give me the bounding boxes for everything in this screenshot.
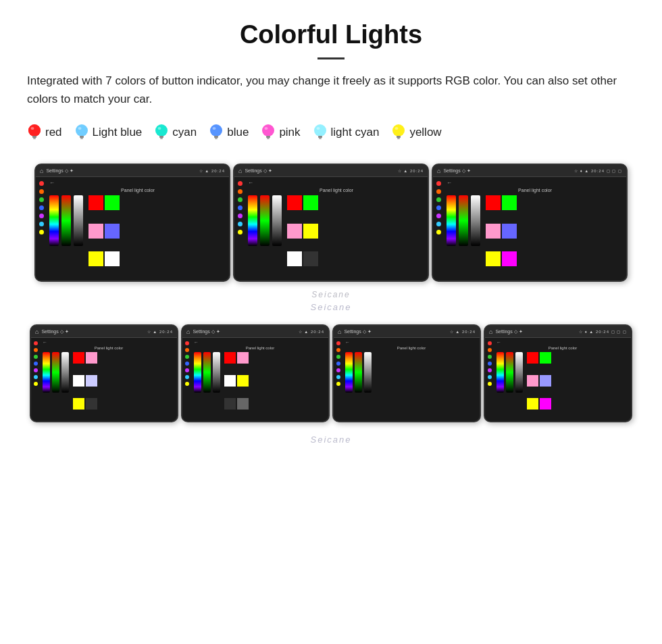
color-item-blue: blue — [209, 123, 249, 142]
color-item-pink: pink — [261, 123, 300, 142]
sidebar-dot-cyan-1 — [39, 222, 44, 226]
svg-rect-10 — [159, 136, 163, 138]
svg-rect-19 — [267, 138, 270, 139]
sdot-b4-c — [488, 375, 492, 379]
sdot-b3-y — [336, 382, 340, 386]
home-icon-b3: ⌂ — [338, 328, 341, 335]
screen-header-1: ⌂ Settings ◇ ✦ ☆ ▲ 20:24 — [36, 165, 229, 177]
csq-g1 — [105, 195, 120, 210]
home-icon-b1: ⌂ — [35, 328, 39, 335]
svg-rect-18 — [266, 136, 270, 138]
sdot-b4-p — [488, 368, 492, 372]
page-container: Colorful Lights Integrated with 7 colors… — [0, 0, 662, 472]
csq-b1r — [73, 352, 84, 364]
settings-text-b4: Settings ◇ ✦ — [495, 329, 522, 335]
settings-text-3: Settings ◇ ✦ — [443, 168, 470, 174]
settings-text-2: Settings ◇ ✦ — [245, 168, 272, 174]
color-label-blue: blue — [227, 126, 249, 139]
csq-w2 — [287, 251, 302, 266]
screen-header-b2: ⌂ Settings ◇ ✦ ☆ ▲ 20:24 — [182, 326, 328, 338]
back-arrow-b1: ← — [43, 340, 175, 345]
screen-header-b4: ⌂ Settings ◇ ✦ ☆ ♦ ▲ 20:24 ◻ ◻ ◻ — [485, 326, 631, 338]
status-icons-2: ☆ ▲ 20:24 — [398, 168, 424, 173]
svg-rect-23 — [319, 138, 322, 139]
sdot-b2-y — [185, 382, 189, 386]
sidebar-dot-yellow-3 — [436, 230, 441, 234]
panel-label-b1: Panel light color — [43, 346, 175, 350]
device-screen-bot-3: ⌂ Settings ◇ ✦ ☆ ▲ 20:24 ← — [332, 324, 481, 422]
svg-point-1 — [28, 124, 41, 137]
cbar-b31 — [345, 352, 353, 393]
screen-header-3: ⌂ Settings ◇ ✦ ☆ ♦ ▲ 20:24 ◻ ◻ ◻ — [433, 165, 626, 177]
sdot-b1-r — [34, 341, 38, 345]
csq-b4b — [540, 375, 551, 387]
sdot-b2-p — [185, 368, 189, 372]
csq-b1 — [105, 224, 120, 239]
color-item-lightblue: Light blue — [74, 123, 143, 142]
sdot-b3-o — [336, 348, 340, 352]
color-label-lightcyan: light cyan — [331, 126, 380, 139]
top-device-row: ⌂ Settings ◇ ✦ ☆ ▲ 20:24 — [27, 164, 635, 282]
csq-b4g — [540, 352, 551, 364]
sdot-b4-y — [488, 382, 492, 386]
status-icons-b2: ☆ ▲ 20:24 — [299, 329, 324, 334]
device-screen-bot-2: ⌂ Settings ◇ ✦ ☆ ▲ 20:24 ← — [181, 324, 330, 422]
color-item-red: red — [27, 123, 62, 142]
csq-b4r — [527, 352, 538, 364]
sdot-b2-r — [185, 341, 189, 345]
svg-point-20 — [265, 127, 268, 130]
sidebar-dot-yellow-1 — [39, 230, 44, 234]
cbar-b43 — [515, 352, 523, 393]
bulb-icon-yellow — [391, 123, 406, 142]
sdot-b3-g — [336, 355, 340, 359]
page-title: Colorful Lights — [27, 20, 635, 49]
bulb-icon-red — [27, 123, 42, 142]
svg-point-16 — [213, 127, 216, 130]
svg-point-28 — [395, 127, 399, 130]
back-arrow-b3: ← — [345, 340, 478, 345]
top-screens-row: ⌂ Settings ◇ ✦ ☆ ▲ 20:24 — [27, 164, 635, 303]
home-icon-2: ⌂ — [238, 168, 242, 174]
back-arrow-3: ← — [447, 180, 623, 186]
cbar-b41 — [496, 352, 504, 393]
color-bar-32 — [459, 195, 468, 246]
device-screen-top-2: ⌂ Settings ◇ ✦ ☆ ▲ 20:24 ← — [233, 164, 429, 282]
csq-b4p — [527, 375, 538, 387]
csq-p2 — [287, 224, 302, 239]
color-bar-33 — [471, 195, 480, 246]
sidebar-dot-green-3 — [436, 197, 441, 202]
status-icons-3: ☆ ♦ ▲ 20:24 ◻ ◻ ◻ — [574, 168, 622, 173]
description-text: Integrated with 7 colors of button indic… — [27, 72, 635, 108]
svg-point-17 — [262, 124, 274, 137]
back-arrow-b2: ← — [194, 340, 326, 345]
color-bar-22 — [260, 195, 270, 246]
sdot-b1-c — [34, 375, 38, 379]
device-screen-bot-1: ⌂ Settings ◇ ✦ ☆ ▲ 20:24 ← — [30, 324, 178, 422]
csq-p1 — [88, 224, 103, 239]
csq-b2r — [224, 352, 236, 364]
bulb-icon-lightcyan — [313, 123, 328, 142]
csq-y3 — [486, 251, 501, 266]
color-label-cyan: cyan — [172, 126, 197, 139]
color-item-lightcyan: light cyan — [313, 123, 380, 142]
sidebar-dot-cyan-3 — [436, 222, 441, 226]
status-icons-1: ☆ ▲ 20:24 — [199, 168, 225, 173]
svg-rect-22 — [318, 136, 322, 138]
sidebar-dot-red-2 — [238, 181, 243, 186]
csq-b2w — [224, 375, 236, 387]
panel-label-b2: Panel light color — [194, 346, 326, 350]
csq-m3 — [502, 251, 517, 266]
svg-point-9 — [155, 124, 168, 137]
csq-b1w — [73, 375, 84, 387]
panel-label-b4: Panel light color — [496, 346, 629, 350]
sidebar-dot-orange-3 — [436, 189, 441, 194]
color-label-pink: pink — [279, 126, 300, 139]
svg-rect-26 — [397, 136, 401, 138]
sidebar-dot-purple-1 — [39, 214, 44, 218]
sidebar-dot-orange-2 — [238, 189, 243, 194]
bulb-icon-cyan — [154, 123, 169, 142]
sidebar-dot-green-2 — [238, 197, 243, 202]
cbar-b13 — [61, 352, 69, 393]
sdot-b4-o — [488, 348, 492, 352]
settings-text-b1: Settings ◇ ✦ — [41, 329, 68, 335]
